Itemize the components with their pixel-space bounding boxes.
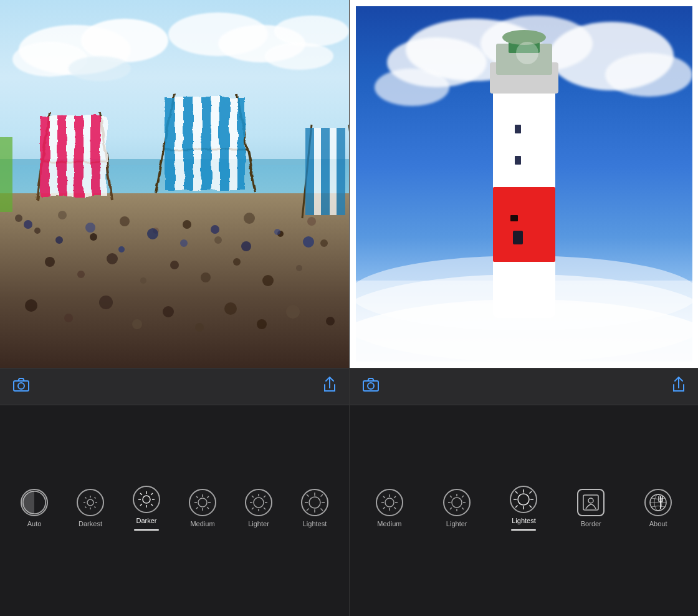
svg-rect-11 [0,193,349,368]
svg-line-120 [264,508,265,509]
svg-line-119 [252,496,254,498]
svg-rect-72 [211,97,219,190]
lighter-label: Lighter [248,520,269,527]
svg-line-104 [140,504,142,506]
svg-point-156 [368,383,374,389]
svg-rect-154 [510,215,518,221]
left-menu-darker[interactable]: Darker [128,486,165,531]
darkest-label: Darkest [79,520,102,527]
left-menu-auto[interactable]: Auto [16,489,53,527]
svg-point-114 [254,498,264,508]
right-medium-label: Medium [377,520,401,527]
svg-line-94 [95,498,96,499]
right-menu-medium[interactable]: Medium [371,489,408,527]
right-menu-border[interactable]: Border [572,489,610,527]
svg-point-45 [85,223,95,233]
svg-point-31 [262,275,274,286]
svg-point-12 [15,214,22,222]
svg-rect-63 [100,115,107,196]
svg-rect-76 [0,137,12,212]
svg-rect-83 [337,128,345,215]
svg-line-174 [450,508,452,509]
right-image-area[interactable] [350,0,698,368]
svg-point-51 [274,229,280,235]
right-share-button[interactable] [672,377,686,397]
svg-point-49 [211,225,219,234]
svg-point-157 [385,498,394,507]
svg-rect-70 [193,97,201,190]
svg-rect-69 [183,97,193,190]
svg-line-182 [530,491,532,494]
right-menu-lightest[interactable]: Lightest [505,486,542,531]
svg-line-162 [383,496,385,498]
svg-rect-80 [314,128,321,215]
left-bottom-bar: Auto [0,405,349,616]
svg-point-20 [244,213,255,224]
svg-rect-152 [515,156,521,165]
svg-point-27 [140,277,146,284]
svg-line-101 [140,493,142,495]
svg-line-165 [383,507,385,509]
left-camera-button[interactable] [12,377,30,396]
darker-active-indicator [134,529,159,531]
right-lighter-label: Lighter [446,520,467,527]
svg-point-37 [163,306,174,317]
about-label: About [649,520,667,527]
right-menu-lighter[interactable]: Lighter [438,489,476,527]
svg-rect-57 [50,115,57,196]
border-icon [577,489,605,516]
svg-line-93 [95,507,96,508]
right-lightest-icon [510,486,537,513]
right-lightest-label: Lightest [512,517,536,524]
auto-icon [21,489,48,516]
left-menu-medium[interactable]: Medium [184,489,221,527]
left-menu-lightest[interactable]: Lightest [296,489,333,527]
svg-line-129 [321,509,323,511]
right-icon-row: Medium [350,486,698,531]
left-icon-row: Auto [0,486,349,531]
svg-line-183 [515,506,518,508]
svg-rect-184 [583,495,598,510]
svg-point-44 [55,236,63,244]
left-menu-darkest[interactable]: Darkest [72,489,109,527]
svg-point-15 [90,233,97,241]
right-camera-button[interactable] [362,377,380,396]
right-panel: Medium [349,0,698,616]
left-menu-lighter[interactable]: Lighter [240,489,277,527]
svg-line-163 [394,507,396,509]
svg-point-30 [233,258,241,266]
right-menu-about[interactable]: About [639,489,677,527]
svg-point-13 [34,228,41,234]
svg-rect-73 [219,97,229,190]
lightest-label: Lightest [303,520,327,527]
svg-point-50 [241,241,251,251]
svg-rect-75 [237,97,245,190]
svg-point-39 [224,302,237,315]
svg-point-29 [201,272,211,282]
svg-point-48 [180,239,188,247]
svg-rect-56 [41,115,50,196]
svg-line-112 [207,496,209,498]
svg-point-14 [58,211,67,219]
svg-line-122 [252,508,254,509]
left-share-button[interactable] [323,377,337,397]
svg-rect-60 [74,115,84,196]
left-image-area[interactable] [0,0,349,368]
svg-rect-58 [57,115,67,196]
right-lighter-icon [443,489,471,516]
medium-icon [189,489,216,516]
lightest-icon [301,489,328,516]
darker-label: Darker [136,517,156,524]
svg-point-2 [81,19,168,62]
svg-rect-61 [84,115,91,196]
svg-line-164 [394,496,396,498]
svg-rect-150 [513,231,523,244]
svg-point-153 [516,42,538,64]
border-label: Border [581,520,601,527]
svg-point-46 [118,246,125,253]
svg-line-113 [196,507,198,509]
svg-line-181 [530,506,532,508]
svg-line-111 [207,507,209,509]
svg-point-85 [18,383,24,389]
darkest-icon [77,489,104,516]
